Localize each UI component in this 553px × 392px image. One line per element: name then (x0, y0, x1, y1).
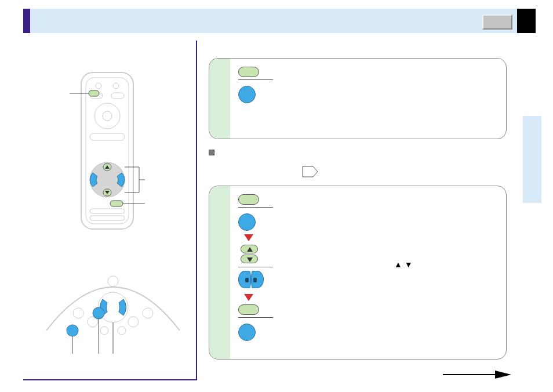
svg-point-24 (143, 308, 153, 318)
svg-point-2 (96, 83, 101, 89)
remote-up-icon (241, 245, 258, 253)
svg-rect-8 (90, 133, 125, 140)
step2-final-remote-button-icon (238, 304, 259, 315)
svg-point-20 (108, 276, 118, 286)
note-bullet-icon (209, 150, 214, 155)
svg-marker-33 (495, 371, 511, 379)
step2-panel-button-icon (238, 213, 256, 231)
header-accent (23, 9, 30, 33)
svg-point-25 (100, 326, 108, 335)
svg-point-7 (103, 111, 112, 121)
polygon-tag-icon (301, 165, 319, 178)
divider (238, 317, 273, 318)
arrow-down-icon (244, 294, 253, 301)
panel-button-a (93, 307, 104, 319)
svg-rect-19 (90, 216, 125, 220)
step2-final-panel-button-icon (238, 324, 256, 341)
panel-left-right-icons (238, 271, 494, 291)
remote-top-button (89, 90, 99, 96)
right-column (209, 58, 507, 139)
svg-rect-18 (90, 209, 125, 213)
step1-panel-button-icon (238, 86, 256, 103)
side-section-tab (523, 116, 541, 203)
svg-point-3 (113, 83, 119, 89)
divider (238, 207, 273, 208)
panel-button-b (67, 325, 78, 336)
svg-point-26 (118, 326, 126, 335)
svg-marker-31 (303, 166, 318, 177)
step-strip (209, 186, 230, 359)
remote-down-icon (241, 255, 258, 263)
continued-arrow-icon (443, 369, 512, 380)
svg-point-6 (94, 103, 120, 129)
arrow-down-icon (244, 234, 253, 241)
panel-right-icon (251, 271, 264, 288)
divider (238, 79, 273, 80)
note-row (209, 150, 219, 155)
step1-remote-button-icon (238, 67, 259, 77)
svg-rect-0 (81, 72, 133, 229)
panel-left-icon (238, 271, 251, 288)
step-strip (209, 59, 230, 139)
svg-rect-5 (111, 93, 124, 99)
step-box-2 (209, 186, 507, 360)
step-box-1 (209, 58, 507, 139)
svg-point-23 (128, 317, 139, 327)
remote-menu-button (110, 201, 123, 206)
control-panel-illustration (41, 267, 185, 360)
header-black-tab (517, 9, 536, 33)
header-band (23, 9, 536, 33)
panel-right-button (119, 299, 126, 315)
remote-illustration (70, 70, 145, 238)
divider (238, 267, 273, 267)
svg-point-21 (73, 308, 83, 318)
up-down-marker: ▲ ▼ (394, 260, 413, 269)
page-number-box (482, 14, 512, 30)
step2-remote-button-icon (238, 194, 259, 205)
